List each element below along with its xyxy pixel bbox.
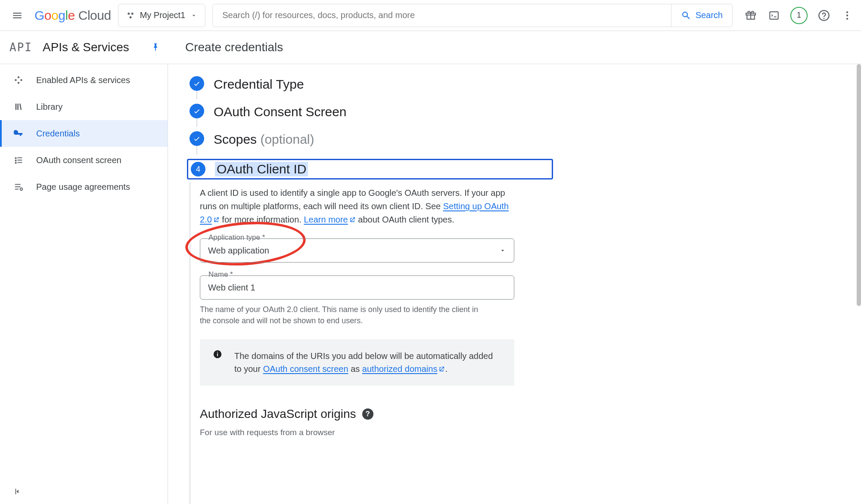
section-bar: API APIs & Services Create credentials <box>0 31 861 64</box>
link-learn-more[interactable]: Learn more <box>304 215 355 224</box>
field-helper-text: The name of your OAuth 2.0 client. This … <box>200 304 484 326</box>
step-title: Credential Type <box>214 76 844 92</box>
main-content: Credential Type OAuth Consent Screen Sco… <box>168 64 861 504</box>
svg-point-7 <box>846 18 848 19</box>
google-cloud-logo[interactable]: Google Cloud <box>34 8 111 23</box>
nav-menu-button[interactable] <box>7 5 28 26</box>
step-scopes[interactable]: Scopes (optional) <box>190 131 844 155</box>
sidebar: Enabled APIs & services Library Credenti… <box>0 64 168 504</box>
step-body-oauth-client: A client ID is used to identify a single… <box>190 182 844 504</box>
sidebar-item-label: Page usage agreements <box>36 182 130 192</box>
search-icon <box>681 10 691 21</box>
search-bar: Search <box>212 4 733 27</box>
page-title: Create credentials <box>168 40 861 54</box>
collapse-sidebar-button[interactable] <box>0 479 168 504</box>
application-type-select[interactable]: Web application <box>200 238 514 263</box>
enabled-apis-icon <box>13 75 24 85</box>
info-icon <box>213 349 222 375</box>
check-icon <box>193 135 201 142</box>
svg-point-5 <box>846 11 848 13</box>
search-button-label: Search <box>696 10 723 20</box>
sidebar-item-label: OAuth consent screen <box>36 155 121 165</box>
application-type-field: Application type * Web application <box>200 238 514 263</box>
svg-rect-10 <box>217 353 218 356</box>
project-icon <box>126 11 135 20</box>
svg-point-8 <box>20 188 22 191</box>
sidebar-item-page-usage[interactable]: Page usage agreements <box>0 173 168 200</box>
sidebar-item-oauth-consent[interactable]: OAuth consent screen <box>0 147 168 173</box>
cloud-shell-button[interactable] <box>767 9 781 22</box>
input-value: Web client 1 <box>208 283 255 293</box>
select-value: Web application <box>208 246 269 256</box>
step-title: Scopes <box>214 132 257 146</box>
section-title: APIs & Services <box>43 40 129 54</box>
chevron-down-icon <box>190 12 197 19</box>
check-icon <box>193 80 201 87</box>
notifications-count: 1 <box>797 11 801 20</box>
step-oauth-consent-screen[interactable]: OAuth Consent Screen <box>190 104 844 127</box>
api-mark: API <box>9 41 32 54</box>
external-link-icon <box>213 216 220 223</box>
authorized-js-origins-subtext: For use with requests from a browser <box>200 428 844 437</box>
search-button[interactable]: Search <box>671 4 732 27</box>
project-picker[interactable]: My Project1 <box>118 4 206 27</box>
step-title: OAuth Client ID <box>215 162 308 176</box>
step-badge-number: 4 <box>191 162 205 176</box>
chevron-down-icon <box>499 247 506 254</box>
search-input[interactable] <box>213 10 671 20</box>
more-vert-icon <box>842 10 853 21</box>
logo-cloud-text: Cloud <box>78 8 111 23</box>
link-authorized-domains[interactable]: authorized domains <box>362 364 445 374</box>
svg-point-2 <box>129 16 131 18</box>
hamburger-icon <box>12 10 23 21</box>
step-oauth-client-id-active: 4 OAuth Client ID <box>187 159 553 179</box>
topbar-actions: 1 <box>744 7 854 24</box>
step-title: OAuth Consent Screen <box>214 104 844 119</box>
sidebar-item-label: Library <box>36 102 62 112</box>
consent-icon <box>13 155 24 165</box>
step-credential-type[interactable]: Credential Type <box>190 76 844 99</box>
svg-rect-3 <box>770 12 778 19</box>
scrollbar[interactable] <box>857 64 861 504</box>
external-link-icon <box>438 366 445 373</box>
more-button[interactable] <box>840 9 854 22</box>
sidebar-item-library[interactable]: Library <box>0 93 168 120</box>
name-field: Name * Web client 1 The name of your OAu… <box>200 275 514 326</box>
pin-button[interactable] <box>151 43 160 52</box>
gift-button[interactable] <box>744 9 758 22</box>
help-icon <box>818 9 830 22</box>
sidebar-item-label: Credentials <box>36 129 80 139</box>
external-link-icon <box>349 216 356 223</box>
terminal-icon <box>768 10 780 21</box>
svg-point-0 <box>127 12 130 15</box>
top-bar: Google Cloud My Project1 Search 1 <box>0 0 861 31</box>
step-badge-done <box>190 76 204 91</box>
sidebar-item-credentials[interactable]: Credentials <box>0 120 168 147</box>
name-input[interactable]: Web client 1 <box>200 275 514 300</box>
step-badge-done <box>190 104 204 118</box>
settings-list-icon <box>13 182 24 192</box>
project-name: My Project1 <box>140 10 186 20</box>
help-tooltip-button[interactable]: ? <box>362 408 373 420</box>
help-button[interactable] <box>817 9 831 22</box>
info-callout: The domains of the URIs you add below wi… <box>200 339 514 386</box>
notifications-badge[interactable]: 1 <box>790 7 808 24</box>
oauth-client-description: A client ID is used to identify a single… <box>200 186 510 226</box>
svg-point-6 <box>846 14 848 16</box>
key-icon <box>13 129 24 138</box>
gift-icon <box>745 10 756 21</box>
library-icon <box>13 102 24 111</box>
svg-point-1 <box>131 12 133 15</box>
svg-rect-11 <box>217 352 218 353</box>
sidebar-item-enabled-apis[interactable]: Enabled APIs & services <box>0 67 168 93</box>
pushpin-icon <box>151 43 160 52</box>
authorized-js-origins-heading: Authorized JavaScript origins ? <box>200 407 844 421</box>
step-optional-tag: (optional) <box>260 132 314 146</box>
step-badge-done <box>190 131 204 146</box>
chevron-left-icon <box>13 487 22 496</box>
link-oauth-consent-screen[interactable]: OAuth consent screen <box>263 364 348 374</box>
check-icon <box>193 107 201 115</box>
sidebar-item-label: Enabled APIs & services <box>36 75 130 85</box>
